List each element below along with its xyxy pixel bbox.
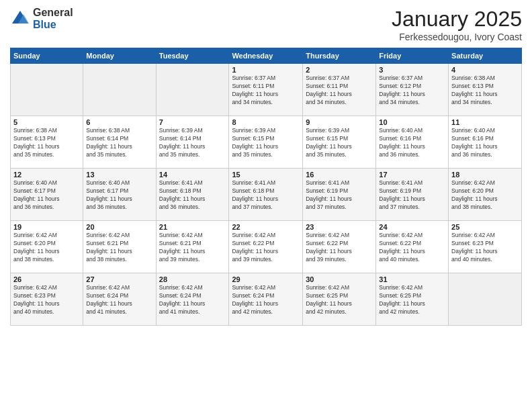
day-number: 11 <box>451 118 519 126</box>
calendar-cell: 19Sunrise: 6:42 AM Sunset: 6:20 PM Dayli… <box>11 221 83 273</box>
day-number: 31 <box>379 275 445 283</box>
calendar-week-3: 12Sunrise: 6:40 AM Sunset: 6:17 PM Dayli… <box>11 169 522 221</box>
calendar-cell: 30Sunrise: 6:42 AM Sunset: 6:25 PM Dayli… <box>303 273 376 326</box>
day-number: 30 <box>306 275 373 283</box>
calendar-cell: 10Sunrise: 6:40 AM Sunset: 6:16 PM Dayli… <box>376 116 449 169</box>
day-info: Sunrise: 6:42 AM Sunset: 6:24 PM Dayligh… <box>232 284 300 316</box>
calendar-cell: 14Sunrise: 6:41 AM Sunset: 6:18 PM Dayli… <box>156 169 229 221</box>
calendar-cell: 18Sunrise: 6:42 AM Sunset: 6:20 PM Dayli… <box>449 169 522 221</box>
calendar-week-2: 5Sunrise: 6:38 AM Sunset: 6:13 PM Daylig… <box>11 116 522 169</box>
day-number: 1 <box>232 66 300 74</box>
calendar-cell: 27Sunrise: 6:42 AM Sunset: 6:24 PM Dayli… <box>83 273 156 326</box>
calendar-cell: 20Sunrise: 6:42 AM Sunset: 6:21 PM Dayli… <box>83 221 156 273</box>
title-block: January 2025 Ferkessedougou, Ivory Coast <box>392 7 522 42</box>
day-number: 19 <box>13 223 80 231</box>
day-info: Sunrise: 6:41 AM Sunset: 6:19 PM Dayligh… <box>306 179 373 212</box>
calendar-cell: 24Sunrise: 6:42 AM Sunset: 6:22 PM Dayli… <box>376 221 449 273</box>
day-number: 4 <box>451 66 519 74</box>
day-number: 2 <box>306 66 373 74</box>
day-number: 24 <box>379 223 445 231</box>
logo-blue: Blue <box>33 19 73 31</box>
day-number: 26 <box>13 275 80 283</box>
calendar-header-friday: Friday <box>376 48 449 64</box>
day-info: Sunrise: 6:39 AM Sunset: 6:15 PM Dayligh… <box>306 127 373 159</box>
calendar-header-wednesday: Wednesday <box>229 48 303 64</box>
calendar-cell: 3Sunrise: 6:37 AM Sunset: 6:12 PM Daylig… <box>376 64 449 116</box>
calendar-cell: 15Sunrise: 6:41 AM Sunset: 6:18 PM Dayli… <box>229 169 303 221</box>
day-number: 9 <box>306 118 373 126</box>
logo-icon <box>10 9 30 29</box>
page: General Blue January 2025 Ferkessedougou… <box>0 0 532 411</box>
day-info: Sunrise: 6:37 AM Sunset: 6:11 PM Dayligh… <box>306 75 373 107</box>
calendar-week-1: 1Sunrise: 6:37 AM Sunset: 6:11 PM Daylig… <box>11 64 522 116</box>
calendar-cell: 6Sunrise: 6:38 AM Sunset: 6:14 PM Daylig… <box>83 116 156 169</box>
day-info: Sunrise: 6:42 AM Sunset: 6:22 PM Dayligh… <box>232 232 300 264</box>
day-info: Sunrise: 6:42 AM Sunset: 6:20 PM Dayligh… <box>13 232 80 264</box>
calendar-cell: 9Sunrise: 6:39 AM Sunset: 6:15 PM Daylig… <box>303 116 376 169</box>
day-info: Sunrise: 6:38 AM Sunset: 6:13 PM Dayligh… <box>451 75 519 107</box>
header: General Blue January 2025 Ferkessedougou… <box>10 7 522 42</box>
title-month: January 2025 <box>392 7 522 32</box>
day-info: Sunrise: 6:41 AM Sunset: 6:18 PM Dayligh… <box>232 179 300 212</box>
day-number: 12 <box>13 171 80 179</box>
calendar-cell <box>156 64 229 116</box>
calendar-header-monday: Monday <box>83 48 156 64</box>
day-number: 14 <box>159 171 226 179</box>
day-info: Sunrise: 6:38 AM Sunset: 6:13 PM Dayligh… <box>13 127 80 159</box>
calendar-cell: 2Sunrise: 6:37 AM Sunset: 6:11 PM Daylig… <box>303 64 376 116</box>
calendar-cell: 5Sunrise: 6:38 AM Sunset: 6:13 PM Daylig… <box>11 116 83 169</box>
day-info: Sunrise: 6:42 AM Sunset: 6:23 PM Dayligh… <box>13 284 80 316</box>
day-info: Sunrise: 6:39 AM Sunset: 6:15 PM Dayligh… <box>232 127 300 159</box>
day-info: Sunrise: 6:42 AM Sunset: 6:22 PM Dayligh… <box>306 232 373 264</box>
day-info: Sunrise: 6:37 AM Sunset: 6:12 PM Dayligh… <box>379 75 445 107</box>
day-info: Sunrise: 6:42 AM Sunset: 6:23 PM Dayligh… <box>451 232 519 264</box>
day-info: Sunrise: 6:42 AM Sunset: 6:21 PM Dayligh… <box>159 232 226 264</box>
logo: General Blue <box>10 7 73 30</box>
calendar-cell: 13Sunrise: 6:40 AM Sunset: 6:17 PM Dayli… <box>83 169 156 221</box>
day-info: Sunrise: 6:39 AM Sunset: 6:14 PM Dayligh… <box>159 127 226 159</box>
day-info: Sunrise: 6:42 AM Sunset: 6:21 PM Dayligh… <box>86 232 152 264</box>
calendar-header-thursday: Thursday <box>303 48 376 64</box>
day-info: Sunrise: 6:40 AM Sunset: 6:16 PM Dayligh… <box>451 127 519 159</box>
calendar-header-sunday: Sunday <box>11 48 83 64</box>
day-info: Sunrise: 6:37 AM Sunset: 6:11 PM Dayligh… <box>232 75 300 107</box>
calendar-cell: 4Sunrise: 6:38 AM Sunset: 6:13 PM Daylig… <box>449 64 522 116</box>
day-info: Sunrise: 6:42 AM Sunset: 6:22 PM Dayligh… <box>379 232 445 264</box>
day-number: 5 <box>13 118 80 126</box>
day-info: Sunrise: 6:40 AM Sunset: 6:17 PM Dayligh… <box>86 179 152 212</box>
calendar-cell: 8Sunrise: 6:39 AM Sunset: 6:15 PM Daylig… <box>229 116 303 169</box>
day-number: 10 <box>379 118 445 126</box>
calendar-cell <box>11 64 83 116</box>
calendar-table: SundayMondayTuesdayWednesdayThursdayFrid… <box>10 48 522 326</box>
calendar-cell: 16Sunrise: 6:41 AM Sunset: 6:19 PM Dayli… <box>303 169 376 221</box>
calendar-header-tuesday: Tuesday <box>156 48 229 64</box>
day-number: 18 <box>451 171 519 179</box>
calendar-header-row: SundayMondayTuesdayWednesdayThursdayFrid… <box>11 48 522 64</box>
calendar-cell: 1Sunrise: 6:37 AM Sunset: 6:11 PM Daylig… <box>229 64 303 116</box>
calendar-cell: 7Sunrise: 6:39 AM Sunset: 6:14 PM Daylig… <box>156 116 229 169</box>
calendar-cell <box>449 273 522 326</box>
day-number: 17 <box>379 171 445 179</box>
day-number: 25 <box>451 223 519 231</box>
calendar-cell: 12Sunrise: 6:40 AM Sunset: 6:17 PM Dayli… <box>11 169 83 221</box>
day-info: Sunrise: 6:42 AM Sunset: 6:25 PM Dayligh… <box>306 284 373 316</box>
day-number: 13 <box>86 171 152 179</box>
day-info: Sunrise: 6:38 AM Sunset: 6:14 PM Dayligh… <box>86 127 152 159</box>
day-info: Sunrise: 6:40 AM Sunset: 6:17 PM Dayligh… <box>13 179 80 212</box>
calendar-week-4: 19Sunrise: 6:42 AM Sunset: 6:20 PM Dayli… <box>11 221 522 273</box>
day-number: 16 <box>306 171 373 179</box>
day-info: Sunrise: 6:41 AM Sunset: 6:19 PM Dayligh… <box>379 179 445 212</box>
day-number: 20 <box>86 223 152 231</box>
day-info: Sunrise: 6:42 AM Sunset: 6:24 PM Dayligh… <box>159 284 226 316</box>
logo-text: General Blue <box>33 7 73 30</box>
calendar-cell: 17Sunrise: 6:41 AM Sunset: 6:19 PM Dayli… <box>376 169 449 221</box>
calendar-cell: 11Sunrise: 6:40 AM Sunset: 6:16 PM Dayli… <box>449 116 522 169</box>
day-number: 23 <box>306 223 373 231</box>
calendar-cell: 29Sunrise: 6:42 AM Sunset: 6:24 PM Dayli… <box>229 273 303 326</box>
calendar-cell: 31Sunrise: 6:42 AM Sunset: 6:25 PM Dayli… <box>376 273 449 326</box>
calendar-cell: 26Sunrise: 6:42 AM Sunset: 6:23 PM Dayli… <box>11 273 83 326</box>
logo-general: General <box>33 7 73 19</box>
calendar-cell <box>83 64 156 116</box>
day-number: 8 <box>232 118 300 126</box>
calendar-week-5: 26Sunrise: 6:42 AM Sunset: 6:23 PM Dayli… <box>11 273 522 326</box>
